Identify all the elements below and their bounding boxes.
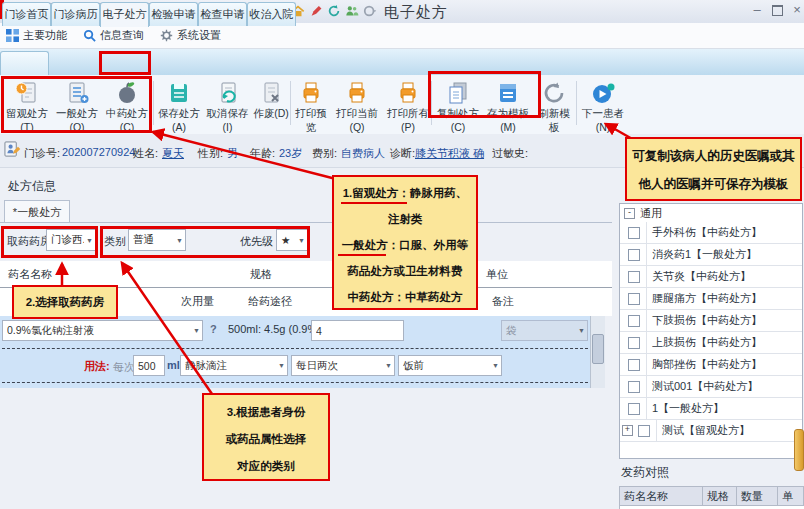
menu-system-settings[interactable]: 系统设置 [160,28,221,43]
dispense-table-header: 药名名称 规格 数量 单 [619,486,804,506]
menu-main-functions[interactable]: 主要功能 [6,28,67,43]
next-patient-button[interactable]: 下一患者(N) [578,78,628,130]
copy-rx-label: 复制处方(C) [437,107,479,133]
template-item[interactable]: 消炎药1【一般处方】 [620,244,802,266]
print-current-button[interactable]: 打印当前(Q) [333,78,381,130]
tree-root-common[interactable]: 通用 [620,204,802,222]
col-route: 给药途径 [248,294,292,309]
save-rx-button[interactable]: 保存处方(A) [155,78,203,130]
usage-route-select[interactable]: 静脉滴注 [180,355,288,376]
chevron-down-icon [492,362,499,369]
tab-outpatient-home[interactable]: 门诊首页 [2,2,51,26]
checkbox-icon[interactable] [628,315,640,327]
minimize-button[interactable]: – [748,3,766,17]
template-item[interactable]: 测试【留观处方】 [620,420,802,442]
patient-edit-icon[interactable] [4,141,21,160]
checkbox-icon[interactable] [628,359,640,371]
checkbox-icon[interactable] [628,227,640,239]
usage-freq-select[interactable]: 每日两次 [291,355,395,376]
template-item[interactable]: 腰腿痛方【中药处方】 [620,288,802,310]
tooltip-line: 他人的医嘱并可保存为模板 [627,170,800,198]
template-item[interactable]: 关节炎【中药处方】 [620,266,802,288]
restore-button[interactable] [768,5,786,19]
drug-unit-select[interactable]: 袋 [501,320,588,341]
template-item[interactable]: 上肢损伤【中药处方】 [620,332,802,354]
diagnosis-value[interactable]: 膝关节积液 确 [415,146,484,161]
category-select[interactable]: 普通 [128,229,186,251]
drug-help-icon[interactable]: ? [210,323,217,335]
pen-icon[interactable] [308,4,323,19]
usage-each-label: 每次 [113,360,135,375]
print-preview-button[interactable]: 打印预览 [292,78,330,130]
page-title: 电子处方 [384,3,448,22]
herbal-rx-button[interactable]: 中药处方(C) [103,78,151,130]
expand-icon[interactable] [622,425,633,436]
tab-outpatient-record[interactable]: 门诊病历 [51,2,100,26]
template-item[interactable]: 胸部挫伤【中药处方】 [620,354,802,376]
observe-rx-button[interactable]: 留观处方(T) [3,78,51,130]
template-item[interactable]: 下肢损伤【中药处方】 [620,310,802,332]
general-rx-button[interactable]: 一般处方(O) [53,78,101,130]
checkbox-icon[interactable] [628,403,640,415]
checkbox-icon[interactable] [638,425,650,437]
circle-menu-icon[interactable] [362,4,377,19]
template-item[interactable]: 1【一般处方】 [620,398,802,420]
drug-name-input[interactable]: 0.9%氯化钠注射液 [2,320,203,341]
copy-rx-button[interactable]: 复制处方(C) [434,78,482,130]
save-template-label: 存为模板(M) [487,107,529,133]
pharmacy-value: 门诊西.. [51,233,84,247]
subtab-general-rx[interactable]: *一般处方 [4,200,70,223]
checkbox-icon[interactable] [628,337,640,349]
checkbox-icon[interactable] [628,271,640,283]
tab-exam-request[interactable]: 检查申请 [198,2,247,26]
print-all-button[interactable]: 打印所有(P) [384,78,432,130]
refresh-icon[interactable] [326,4,341,19]
close-button[interactable]: × [788,3,804,17]
void-button[interactable]: 作废(D) [252,78,290,130]
void-icon [258,80,284,106]
tooltip-category: 3.根据患者身份 或药品属性选择 对应的类别 [202,393,330,481]
tab-admission[interactable]: 收治入院 [247,2,296,26]
general-rx-icon [64,80,90,106]
usage-dose-input[interactable]: 500 [133,355,165,376]
col-note: 备注 [492,294,514,309]
save-rx-label: 保存处方(A) [158,107,200,133]
menu-info-query[interactable]: 信息查询 [83,28,144,43]
copy-rx-icon [445,80,471,106]
pharmacy-select[interactable]: 门诊西.. [46,229,96,251]
col-drug-name: 药名名称 [8,267,52,282]
chevron-down-icon [176,237,183,244]
cancel-save-button[interactable]: 取消保存(I) [204,78,251,130]
collapse-icon[interactable] [624,208,635,219]
search-icon [83,29,96,42]
users-icon[interactable] [344,4,359,19]
tooltip-line: 中药处方：中草药处方 [334,284,476,310]
drug-name-value: 0.9%氯化钠注射液 [7,324,191,338]
refresh-template-label: 刷新模板 [538,107,570,133]
sex-label: 性别: [198,146,223,161]
refresh-template-button[interactable]: 刷新模板 [534,78,574,130]
drug-qty-input[interactable]: 4 [311,320,404,341]
diagnosis-label: 诊断: [390,146,415,161]
save-template-icon [495,80,521,106]
tree-scrollbar-thumb[interactable] [794,429,804,471]
template-item[interactable]: 手外科伤【中药处方】 [620,222,802,244]
checkbox-icon[interactable] [628,249,640,261]
priority-select[interactable]: ★ [276,229,308,251]
tab-electronic-prescription[interactable]: 电子处方 [100,2,149,27]
checkbox-icon[interactable] [628,381,640,393]
next-patient-label: 下一患者(N) [582,107,624,133]
grid-icon [6,29,19,42]
tooltip-line: 注射类 [334,206,476,232]
template-item[interactable]: 测试001【中药处方】 [620,376,802,398]
tab-lab-request[interactable]: 检验申请 [149,2,198,26]
usage-timing-select[interactable]: 饭前 [398,355,502,376]
checkbox-icon[interactable] [628,293,640,305]
save-template-button[interactable]: 存为模板(M) [484,78,532,130]
drug-spec-value: 500ml: 4.5g (0.9%) [228,323,321,335]
tooltip-line: 对应的类别 [204,453,328,480]
col-dose: 次用量 [181,294,214,309]
red-underline [338,254,386,256]
rx-scrollbar-thumb[interactable] [592,334,604,364]
tooltip-copy-template: 可复制该病人的历史医嘱或其 他人的医嘱并可保存为模板 [625,137,802,201]
